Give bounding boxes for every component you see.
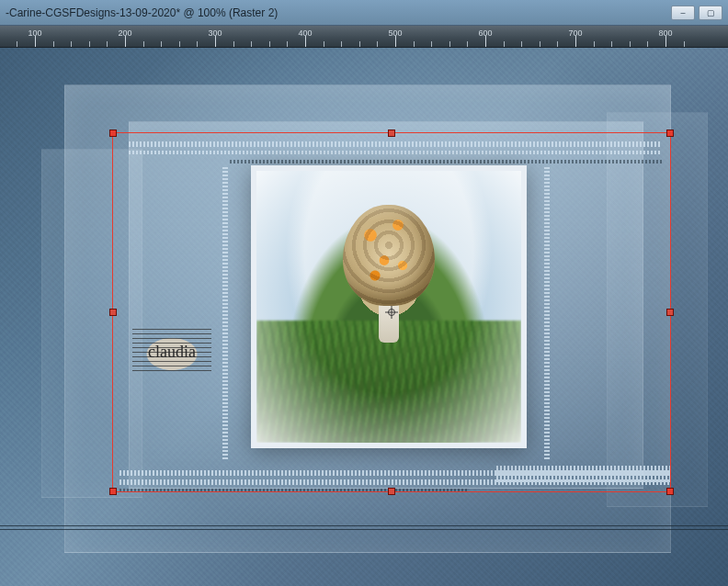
minimize-button[interactable]: – [671,6,695,20]
maximize-button[interactable]: ▢ [699,6,722,20]
ruler-label: 100 [28,28,41,38]
canvas[interactable]: claudia [0,48,728,586]
ruler-label: 200 [118,28,131,38]
watermark-text: claudia [148,343,196,362]
horizontal-ruler[interactable]: 100200300400500600700800 [0,26,728,48]
window-controls: – ▢ [671,6,722,20]
handle-se[interactable] [666,488,674,495]
handle-w[interactable] [109,309,117,316]
stripes-left-v [222,167,228,461]
photo-grass [256,321,521,443]
ruler-label: 800 [658,28,672,38]
stripes-bottom-3 [119,489,469,492]
document-title: -Carine-CGSFDesigns-13-09-2020* @ 100% (… [6,6,671,19]
handle-nw[interactable] [109,130,117,137]
ruler-label: 700 [568,28,582,38]
ruler-label: 600 [478,28,492,38]
panel-left-tall [41,149,142,498]
handle-s[interactable] [388,488,395,495]
panel-right-tall [607,112,708,507]
ruler-label: 400 [298,28,312,38]
stripes-top-2 [129,151,662,154]
photo-card [251,165,527,448]
stripes-bottom-right [496,466,671,482]
handle-sw[interactable] [109,488,117,495]
ruler-label: 500 [388,28,402,38]
title-bar: -Carine-CGSFDesigns-13-09-2020* @ 100% (… [0,0,728,26]
stripes-right-v [544,167,550,461]
handle-n[interactable] [388,130,395,137]
photo [256,171,521,443]
handle-e[interactable] [666,309,674,316]
guide-line-1 [0,525,728,526]
photo-mushroom [338,205,439,343]
ruler-ticks: 100200300400500600700800 [0,26,728,47]
guide-line-2 [0,529,728,530]
stripes-top-3 [230,160,662,163]
stripes-top-1 [129,141,662,147]
watermark-stamp: claudia [132,329,211,375]
handle-ne[interactable] [666,130,674,137]
ruler-label: 300 [208,28,222,38]
